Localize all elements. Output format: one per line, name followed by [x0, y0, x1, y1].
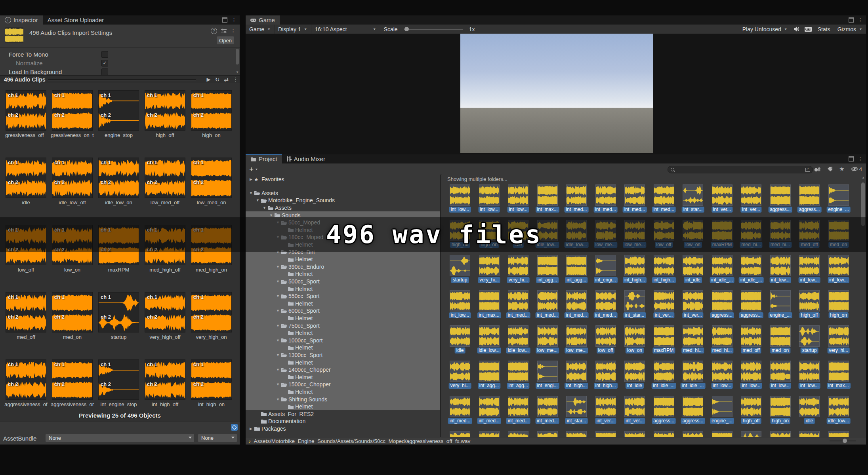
asset-item-label[interactable]: int_med...	[565, 312, 589, 318]
asset-item-label[interactable]: idle_low...	[535, 242, 559, 248]
tree-item-shifting-sounds[interactable]: ▼Shifting Sounds	[246, 395, 440, 403]
asset-item-73[interactable]	[537, 361, 558, 382]
asset-item-label[interactable]: med_on	[770, 348, 790, 353]
asset-item-34[interactable]	[624, 255, 645, 276]
asset-item-81[interactable]	[770, 361, 791, 382]
asset-item-70[interactable]	[450, 361, 470, 382]
asset-item-2[interactable]	[508, 184, 528, 206]
asset-item-68[interactable]	[799, 325, 820, 347]
asset-item-6[interactable]	[624, 184, 645, 206]
asset-item-35[interactable]	[654, 255, 674, 276]
asset-item-22[interactable]	[683, 220, 703, 241]
tree-item-750cc-sport[interactable]: ▼750cc_Sport	[246, 322, 440, 329]
asset-item-label[interactable]: aggress...	[768, 207, 792, 213]
asset-item-50[interactable]	[683, 290, 703, 312]
asset-item-76[interactable]	[624, 361, 645, 382]
audio-clip-tile-med_high_on[interactable]: ch 1ch 2	[191, 225, 232, 265]
audio-clip-tile-med_off[interactable]: ch 1ch 2	[6, 292, 46, 332]
tree-item-helmet[interactable]: Helmet	[246, 329, 440, 337]
dock-icon[interactable]	[849, 156, 854, 162]
asset-item-24[interactable]	[741, 220, 761, 241]
asset-item-label[interactable]: startup	[451, 277, 469, 283]
asset-item-52[interactable]	[741, 290, 761, 312]
tab-asset-store-uploader[interactable]: Asset Store Uploader	[43, 15, 109, 25]
scale-slider[interactable]	[404, 29, 463, 30]
asset-item-5[interactable]	[595, 184, 616, 206]
asset-item-32[interactable]	[566, 255, 587, 276]
asset-item-64[interactable]	[683, 325, 703, 347]
tree-collapsed-arrow-icon[interactable]: ▶	[248, 427, 254, 431]
asset-item-74[interactable]	[566, 361, 587, 382]
asset-item-label[interactable]: aggress...	[652, 418, 676, 424]
asset-item-44[interactable]	[508, 290, 528, 312]
asset-item-94[interactable]	[741, 396, 761, 417]
audio-clip-tile-int_high_off[interactable]: ch 1ch 2	[145, 359, 185, 400]
asset-item-label[interactable]: int_med...	[593, 207, 618, 213]
asset-item-label[interactable]: med_off	[799, 242, 819, 248]
audio-clip-tile-maxRPM[interactable]: ch 1ch 2	[98, 225, 139, 265]
asset-item-108[interactable]	[741, 431, 761, 437]
asset-item-label[interactable]: startup	[801, 348, 818, 353]
audio-clip-tile-high_on[interactable]: ch 1ch 2	[191, 90, 232, 131]
asset-item-85[interactable]	[479, 396, 500, 417]
tree-expanded-arrow-icon[interactable]: ▼	[261, 206, 267, 210]
asset-item-label[interactable]: int_idle_...	[710, 277, 734, 283]
tree-item-helmet[interactable]: Helmet	[246, 241, 440, 249]
normalize-checkbox[interactable]: ✓	[101, 60, 108, 66]
asset-item-84[interactable]	[450, 396, 470, 417]
asset-item-111[interactable]	[828, 431, 849, 437]
asset-item-57[interactable]	[479, 325, 500, 347]
asset-item-89[interactable]	[595, 396, 616, 417]
asset-item-label[interactable]: high_on	[828, 312, 849, 318]
asset-item-label[interactable]: int_ver...	[740, 207, 761, 213]
asset-item-9[interactable]	[712, 184, 733, 206]
asset-item-56[interactable]	[450, 325, 470, 347]
help-icon[interactable]: ?	[211, 28, 217, 34]
asset-item-label[interactable]: int_star...	[565, 418, 588, 424]
asset-item-55[interactable]	[828, 290, 849, 312]
asset-item-105[interactable]	[654, 431, 674, 437]
tree-item-helmet[interactable]: Helmet	[246, 285, 440, 293]
asset-item-104[interactable]	[624, 431, 645, 437]
asset-item-80[interactable]	[741, 361, 761, 382]
tree-expanded-arrow-icon[interactable]: ▼	[275, 220, 281, 224]
asset-item-label[interactable]: int_low...	[769, 383, 791, 389]
audio-clip-tile-gressiveness_off_[interactable]: ch 1ch 2	[6, 90, 46, 131]
asset-item-label[interactable]: high_off	[799, 312, 820, 318]
asset-item-label[interactable]: high_on	[770, 418, 790, 424]
asset-item-4[interactable]	[566, 184, 587, 206]
kebab-menu-icon[interactable]: ⋮	[231, 28, 236, 34]
aspect-ratio-dropdown[interactable]: 16:10 Aspect▼	[311, 25, 380, 34]
tab-game[interactable]: Game	[246, 15, 280, 25]
tree-item-1400cc-chopper[interactable]: ▼1400cc_Chopper	[246, 366, 440, 374]
asset-item-label[interactable]: int_low...	[769, 277, 791, 283]
audio-clip-tile-gressiveness_on_t[interactable]: ch 1ch 2	[52, 90, 93, 131]
asset-item-31[interactable]	[537, 255, 558, 276]
asset-item-label[interactable]: idle_low...	[565, 242, 589, 248]
tree-collapsed-arrow-icon[interactable]: ▶	[248, 177, 254, 181]
asset-item-label[interactable]: int_low...	[449, 207, 471, 213]
asset-item-36[interactable]	[683, 255, 703, 276]
asset-item-label[interactable]: int_ver...	[653, 312, 674, 318]
tree-expanded-arrow-icon[interactable]: ▼	[275, 324, 281, 328]
stats-button[interactable]: Stats	[814, 25, 834, 34]
kebab-menu-icon[interactable]: ⋮	[233, 76, 238, 82]
asset-item-58[interactable]	[508, 325, 528, 347]
asset-item-label[interactable]: int_ver...	[624, 418, 645, 424]
shuffle-icon[interactable]: ⇄	[224, 76, 229, 83]
asset-item-label[interactable]: idle_low...	[477, 348, 501, 353]
tree-expanded-arrow-icon[interactable]: ▼	[275, 368, 281, 372]
asset-item-29[interactable]	[479, 255, 500, 276]
audio-clip-tile-aggressiveness_or[interactable]: ch 1ch 2	[52, 359, 93, 400]
asset-item-71[interactable]	[479, 361, 500, 382]
grid-scrollbar[interactable]: ▲	[861, 180, 865, 434]
asset-item-14[interactable]	[450, 220, 470, 241]
tree-item-550cc-sport[interactable]: ▼550cc_Sport	[246, 293, 440, 300]
audio-clip-tile-low_off[interactable]: ch 1ch 2	[6, 225, 46, 265]
tree-expanded-arrow-icon[interactable]: ▼	[268, 213, 274, 217]
asset-item-label[interactable]: low_on	[684, 242, 702, 248]
tree-expanded-arrow-icon[interactable]: ▼	[275, 309, 281, 313]
asset-item-53[interactable]	[770, 290, 791, 312]
tree-expanded-arrow-icon[interactable]: ▼	[275, 250, 281, 254]
asset-item-109[interactable]	[770, 431, 791, 437]
